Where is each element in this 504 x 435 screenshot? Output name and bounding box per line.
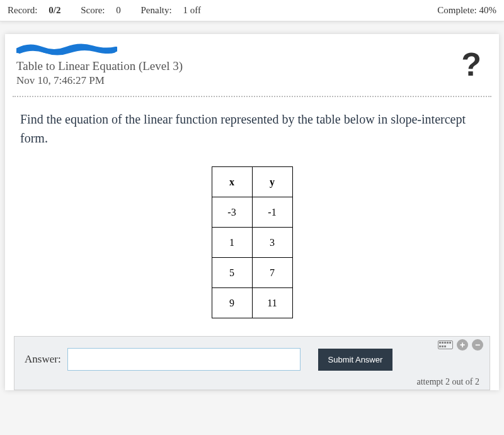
penalty-value: 1 off [183,5,200,15]
data-table: x y -3 -1 1 3 5 7 9 11 [212,166,293,318]
answer-input[interactable] [67,348,301,371]
table-row: 5 7 [212,258,292,288]
problem-timestamp: Nov 10, 7:46:27 PM [16,74,488,87]
zoom-in-icon[interactable]: + [457,339,468,351]
table-row: 1 3 [212,228,292,258]
record-value: 0/2 [49,5,60,15]
penalty-label-text: Penalty: [140,5,171,15]
cell-y: 7 [252,258,292,288]
col-y-header: y [252,167,292,197]
score-label: Score: 0 [81,5,132,15]
record-label-text: Record: [8,5,37,15]
top-status-right: Complete: 40% [437,5,496,16]
top-status-bar: Record: 0/2 Score: 0 Penalty: 1 off Comp… [0,0,504,21]
table-row: -3 -1 [212,197,292,228]
problem-title: Table to Linear Equation (Level 3) [16,59,488,73]
cell-x: 5 [212,258,252,288]
answer-label: Answer: [25,353,61,366]
complete-value: 40% [479,5,497,15]
attempt-counter: attempt 2 out of 2 [25,377,479,387]
top-status-left: Record: 0/2 Score: 0 Penalty: 1 off [8,5,219,16]
keyboard-icon[interactable] [438,340,453,349]
complete-label: Complete: [437,5,477,15]
card-header: Table to Linear Equation (Level 3) Nov 1… [5,34,499,91]
answer-tools: + − [438,339,483,351]
penalty-label: Penalty: 1 off [140,5,209,15]
cell-x: -3 [212,197,252,228]
submit-button[interactable]: Submit Answer [318,349,393,371]
score-value: 0 [116,5,121,15]
cell-y: -1 [252,197,292,228]
problem-card: Table to Linear Equation (Level 3) Nov 1… [5,34,499,390]
cell-x: 1 [212,228,252,258]
question-text: Find the equation of the linear function… [5,97,499,154]
cell-y: 11 [252,288,292,318]
record-label: Record: 0/2 [8,5,72,15]
answer-row: Answer: Submit Answer [25,348,479,371]
cell-y: 3 [252,228,292,258]
zoom-out-icon[interactable]: − [472,339,483,351]
answer-panel: + − Answer: Submit Answer attempt 2 out … [14,336,490,390]
data-table-wrap: x y -3 -1 1 3 5 7 9 11 [5,154,499,336]
table-header-row: x y [212,167,292,197]
score-label-text: Score: [81,5,105,15]
redaction-scribble [16,43,117,55]
help-icon[interactable]: ? [461,45,481,83]
col-x-header: x [212,167,252,197]
cell-x: 9 [212,288,252,318]
table-row: 9 11 [212,288,292,318]
